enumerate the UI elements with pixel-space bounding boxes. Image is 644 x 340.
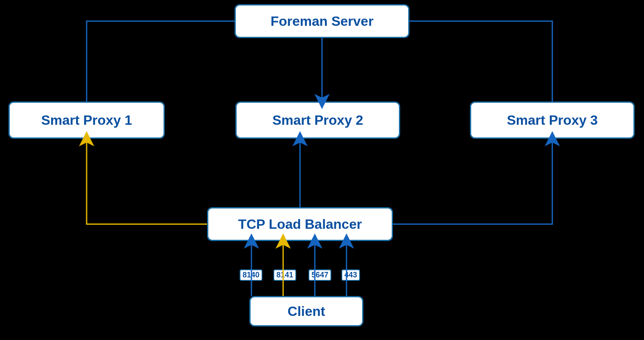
smart-proxy-2-node: Smart Proxy 2 xyxy=(235,101,400,139)
port-8141: 8141 xyxy=(273,269,296,281)
diagram: Foreman Server Smart Proxy 1 Smart Proxy… xyxy=(0,0,644,340)
foreman-to-proxy3-line xyxy=(409,21,552,101)
lb-to-proxy3-arrow xyxy=(393,139,552,224)
foreman-server-node: Foreman Server xyxy=(235,4,409,38)
smart-proxy-1-node: Smart Proxy 1 xyxy=(8,101,165,139)
foreman-server-label: Foreman Server xyxy=(270,14,374,29)
smart-proxy-3-node: Smart Proxy 3 xyxy=(470,101,635,139)
foreman-to-proxy1-line xyxy=(87,21,235,101)
lb-to-proxy1-yellow-arrow xyxy=(87,139,207,224)
client-label: Client xyxy=(288,304,325,319)
smart-proxy-2-label: Smart Proxy 2 xyxy=(272,112,363,128)
tcp-load-balancer-label: TCP Load Balancer xyxy=(238,217,362,232)
arrows-svg xyxy=(0,0,644,340)
tcp-load-balancer-node: TCP Load Balancer xyxy=(207,207,393,241)
port-443: 443 xyxy=(341,269,360,281)
smart-proxy-1-label: Smart Proxy 1 xyxy=(41,112,132,128)
port-8140: 8140 xyxy=(240,269,262,281)
client-node: Client xyxy=(249,296,363,326)
port-5647: 5647 xyxy=(308,269,331,281)
smart-proxy-3-label: Smart Proxy 3 xyxy=(507,112,598,128)
